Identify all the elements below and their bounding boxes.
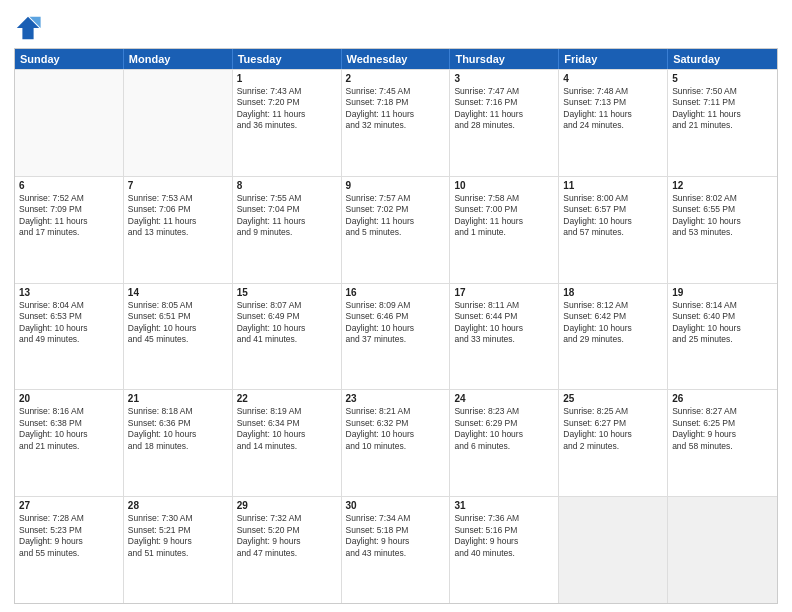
cell-line: Sunset: 7:04 PM [237, 204, 337, 215]
calendar-cell: 15Sunrise: 8:07 AMSunset: 6:49 PMDayligh… [233, 284, 342, 390]
day-number: 27 [19, 500, 119, 511]
cell-line: and 28 minutes. [454, 120, 554, 131]
cell-line: and 51 minutes. [128, 548, 228, 559]
cell-line: Daylight: 10 hours [454, 429, 554, 440]
cell-line: and 24 minutes. [563, 120, 663, 131]
day-number: 3 [454, 73, 554, 84]
cell-line: Daylight: 10 hours [237, 323, 337, 334]
calendar-cell: 11Sunrise: 8:00 AMSunset: 6:57 PMDayligh… [559, 177, 668, 283]
cell-line: Sunrise: 8:00 AM [563, 193, 663, 204]
cell-line: Sunset: 5:21 PM [128, 525, 228, 536]
calendar-day-header: Sunday [15, 49, 124, 69]
calendar-day-header: Wednesday [342, 49, 451, 69]
day-number: 20 [19, 393, 119, 404]
calendar-day-header: Monday [124, 49, 233, 69]
day-number: 16 [346, 287, 446, 298]
cell-line: Sunrise: 8:05 AM [128, 300, 228, 311]
cell-line: Daylight: 11 hours [454, 216, 554, 227]
cell-line: Sunrise: 8:16 AM [19, 406, 119, 417]
cell-line: Sunrise: 8:12 AM [563, 300, 663, 311]
cell-line: Sunset: 5:20 PM [237, 525, 337, 536]
cell-line: Sunset: 6:55 PM [672, 204, 773, 215]
page: SundayMondayTuesdayWednesdayThursdayFrid… [0, 0, 792, 612]
calendar-day-header: Saturday [668, 49, 777, 69]
calendar: SundayMondayTuesdayWednesdayThursdayFrid… [14, 48, 778, 604]
cell-line: Daylight: 9 hours [454, 536, 554, 547]
cell-line: Sunset: 6:53 PM [19, 311, 119, 322]
calendar-body: 1Sunrise: 7:43 AMSunset: 7:20 PMDaylight… [15, 69, 777, 603]
day-number: 24 [454, 393, 554, 404]
calendar-cell [124, 70, 233, 176]
cell-line: Sunset: 7:00 PM [454, 204, 554, 215]
cell-line: and 47 minutes. [237, 548, 337, 559]
cell-line: Sunset: 7:18 PM [346, 97, 446, 108]
cell-line: Daylight: 10 hours [128, 429, 228, 440]
cell-line: Sunset: 6:49 PM [237, 311, 337, 322]
calendar-cell [559, 497, 668, 603]
cell-line: and 21 minutes. [672, 120, 773, 131]
cell-line: and 5 minutes. [346, 227, 446, 238]
cell-line: and 57 minutes. [563, 227, 663, 238]
calendar-row: 1Sunrise: 7:43 AMSunset: 7:20 PMDaylight… [15, 69, 777, 176]
calendar-cell: 10Sunrise: 7:58 AMSunset: 7:00 PMDayligh… [450, 177, 559, 283]
calendar-cell: 5Sunrise: 7:50 AMSunset: 7:11 PMDaylight… [668, 70, 777, 176]
cell-line: Sunrise: 7:28 AM [19, 513, 119, 524]
cell-line: Sunset: 6:46 PM [346, 311, 446, 322]
cell-line: Sunset: 6:44 PM [454, 311, 554, 322]
cell-line: and 36 minutes. [237, 120, 337, 131]
calendar-cell: 1Sunrise: 7:43 AMSunset: 7:20 PMDaylight… [233, 70, 342, 176]
calendar-cell: 9Sunrise: 7:57 AMSunset: 7:02 PMDaylight… [342, 177, 451, 283]
cell-line: Daylight: 10 hours [346, 429, 446, 440]
cell-line: Sunset: 7:06 PM [128, 204, 228, 215]
cell-line: Sunset: 6:42 PM [563, 311, 663, 322]
calendar-day-header: Friday [559, 49, 668, 69]
day-number: 28 [128, 500, 228, 511]
day-number: 1 [237, 73, 337, 84]
cell-line: Daylight: 10 hours [672, 216, 773, 227]
cell-line: Sunset: 7:11 PM [672, 97, 773, 108]
calendar-cell [668, 497, 777, 603]
cell-line: Sunrise: 7:34 AM [346, 513, 446, 524]
calendar-cell: 17Sunrise: 8:11 AMSunset: 6:44 PMDayligh… [450, 284, 559, 390]
day-number: 18 [563, 287, 663, 298]
cell-line: Sunrise: 8:14 AM [672, 300, 773, 311]
cell-line: Daylight: 10 hours [19, 429, 119, 440]
cell-line: Sunrise: 7:53 AM [128, 193, 228, 204]
cell-line: and 2 minutes. [563, 441, 663, 452]
cell-line: Daylight: 10 hours [563, 429, 663, 440]
cell-line: Sunrise: 7:52 AM [19, 193, 119, 204]
cell-line: Daylight: 11 hours [563, 109, 663, 120]
day-number: 4 [563, 73, 663, 84]
calendar-cell: 25Sunrise: 8:25 AMSunset: 6:27 PMDayligh… [559, 390, 668, 496]
calendar-cell: 30Sunrise: 7:34 AMSunset: 5:18 PMDayligh… [342, 497, 451, 603]
cell-line: Sunrise: 7:36 AM [454, 513, 554, 524]
calendar-cell: 29Sunrise: 7:32 AMSunset: 5:20 PMDayligh… [233, 497, 342, 603]
cell-line: and 13 minutes. [128, 227, 228, 238]
cell-line: and 29 minutes. [563, 334, 663, 345]
cell-line: Daylight: 10 hours [346, 323, 446, 334]
cell-line: Sunrise: 7:32 AM [237, 513, 337, 524]
cell-line: Daylight: 10 hours [19, 323, 119, 334]
calendar-cell: 26Sunrise: 8:27 AMSunset: 6:25 PMDayligh… [668, 390, 777, 496]
calendar-cell: 8Sunrise: 7:55 AMSunset: 7:04 PMDaylight… [233, 177, 342, 283]
logo-icon [14, 14, 42, 42]
calendar-cell: 21Sunrise: 8:18 AMSunset: 6:36 PMDayligh… [124, 390, 233, 496]
cell-line: Sunrise: 8:07 AM [237, 300, 337, 311]
day-number: 29 [237, 500, 337, 511]
cell-line: Sunset: 7:16 PM [454, 97, 554, 108]
cell-line: and 18 minutes. [128, 441, 228, 452]
cell-line: Sunset: 6:36 PM [128, 418, 228, 429]
cell-line: Sunset: 6:51 PM [128, 311, 228, 322]
calendar-cell: 4Sunrise: 7:48 AMSunset: 7:13 PMDaylight… [559, 70, 668, 176]
cell-line: Sunrise: 8:27 AM [672, 406, 773, 417]
day-number: 8 [237, 180, 337, 191]
cell-line: Sunset: 6:29 PM [454, 418, 554, 429]
cell-line: Sunrise: 7:45 AM [346, 86, 446, 97]
cell-line: Sunset: 6:27 PM [563, 418, 663, 429]
cell-line: and 6 minutes. [454, 441, 554, 452]
cell-line: Sunrise: 8:18 AM [128, 406, 228, 417]
cell-line: Sunset: 7:20 PM [237, 97, 337, 108]
cell-line: Daylight: 11 hours [346, 109, 446, 120]
day-number: 6 [19, 180, 119, 191]
cell-line: Sunrise: 7:47 AM [454, 86, 554, 97]
